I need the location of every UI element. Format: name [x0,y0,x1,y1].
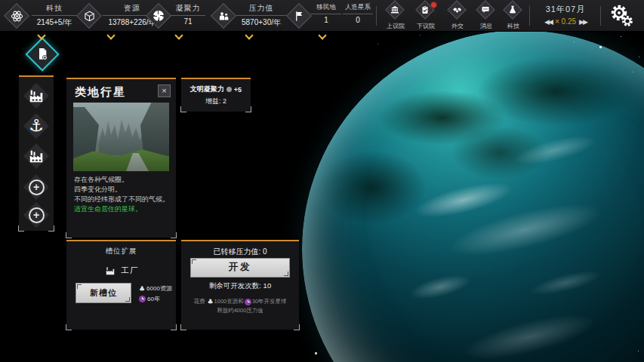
description-line: 不同的经纬形成了不同的气候。 [74,195,171,204]
resource-mini-icon: ♣ [207,298,213,306]
bank-icon [385,0,404,19]
speed-up-button[interactable]: ▶▶ [579,18,587,26]
handshake-icon [447,0,466,19]
resource-colonies[interactable]: 移民地 1 人造星系 0 [288,0,373,32]
factory-icon [27,87,45,104]
menu-tech[interactable]: 科技 [498,0,528,32]
chevron-down-icon[interactable] [174,31,183,39]
description-line: 四季变化分明。 [74,185,171,195]
slot-cost-resource: 6000资源 [146,284,172,293]
develop-cost-resource: 1000资源 [214,298,239,305]
new-building-notification[interactable] [25,37,59,71]
gear-icon [607,2,636,29]
cohesion-icon [146,3,171,29]
slot-expansion-title: 槽位扩展 [66,247,176,256]
resource-tech[interactable]: 科技 2145+5/年 [6,0,79,32]
planet-atmosphere-glow [302,30,644,362]
cohesion-bonus-title: 文明凝聚力 [190,84,224,94]
develop-button[interactable]: 开发 [190,258,290,278]
building-name: 工厂 [122,265,139,276]
transferred-pressure-label: 已转移压力值: [213,247,260,256]
cohesion-bonus-card: 文明凝聚力 +5 增益: 2 [181,78,251,112]
chevron-down-icon[interactable] [37,31,45,39]
colony-label: 移民地 [311,3,341,12]
remaining-develop-label: 剩余可开发次数: [209,281,261,290]
slot-factory-1[interactable] [22,81,51,110]
time-icon [245,299,251,305]
speed-value: × 0.25 [555,17,576,26]
remaining-develop-value: 10 [263,281,272,290]
menu-tech-label: 科技 [498,22,528,30]
resource-pressure-value: 5870+30/年 [236,17,286,28]
planet-view[interactable] [302,30,644,362]
menu-upper-house-label: 上议院 [381,22,411,30]
planet-card-title: 类地行星 [75,85,126,100]
develop-card: 已转移压力值: 0 开发 剩余可开发次数: 10 花费 ♣1000资源和30年开… [181,240,299,330]
factory-icon [104,265,116,276]
menu-lower-house-label: 下议院 [411,22,441,30]
speed-down-button[interactable]: ◀◀ [544,18,552,26]
slot-harbor[interactable]: ⚓ [22,112,51,140]
close-icon: × [162,86,166,95]
description-highlight: 适宜生命居住的星球。 [74,204,171,214]
planet-description: 存在各种气候圈。 四季变化分明。 不同的经纬形成了不同的气候。 适宜生命居住的星… [74,175,171,214]
document-plus-icon [32,44,53,65]
menu-messages[interactable]: 消息 [471,0,501,32]
divider [529,6,530,26]
slot-factory-2[interactable] [22,142,51,170]
top-resource-bar: 科技 2145+5/年 资源 13788+226/年 凝聚力 71 [0,0,644,32]
chevron-down-icon[interactable] [106,31,115,39]
slot-cost-time: 60年 [147,295,160,303]
planet-info-card: 类地行星 × 存在各种气候圈。 四季变化分明。 不同的经纬形成了不同的气候。 适… [66,78,176,238]
menu-lower-house[interactable]: 下议院 [411,0,441,32]
time-icon [139,296,146,302]
resource-pressure-label: 压力值 [236,3,286,14]
slot-empty-2[interactable]: + [22,201,51,229]
message-icon [476,0,495,19]
slot-empty-1[interactable]: + [22,173,51,201]
resource-cohesion[interactable]: 凝聚力 71 [148,0,208,32]
resource-tech-value: 2145+5/年 [32,17,77,28]
plus-icon: + [29,179,45,195]
menu-upper-house[interactable]: 上议院 [381,0,411,32]
date-speed-block: 31年07月 ◀◀ × 0.25 ▶▶ [533,0,598,32]
anchor-icon: ⚓ [29,118,44,134]
develop-cost-tail: 开发星球 [264,298,287,305]
artificial-galaxy-label: 人造星系 [343,3,373,12]
game-screen: 科技 2145+5/年 资源 13788+226/年 凝聚力 71 [0,0,644,362]
new-slot-button[interactable]: 新槽位 [75,283,131,303]
game-date: 31年07月 [533,4,598,15]
divider [600,6,601,26]
flag-icon [286,3,312,29]
close-button[interactable]: × [158,84,171,97]
resource-cohesion-label: 凝聚力 [171,3,205,14]
population-icon [211,3,236,29]
resource-tech-label: 科技 [32,3,77,14]
cube-icon [76,3,102,29]
menu-messages-label: 消息 [471,22,501,30]
info-icon[interactable] [226,87,232,92]
slot-expansion-card: 槽位扩展 工厂 新槽位 ♣ 6000资源 60年 [66,240,176,330]
planet-surface-image [73,103,169,171]
resource-pressure[interactable]: 压力值 5870+30/年 [213,0,288,32]
develop-cost-line2: 释放约4000压力值 [181,306,299,314]
settings-button[interactable] [607,2,640,30]
transferred-pressure-value: 0 [263,247,267,256]
resource-cohesion-value: 71 [171,17,205,26]
resource-mini-icon: ♣ [139,285,145,293]
atom-icon [4,3,29,29]
cohesion-bonus-value: +5 [234,86,242,94]
chevron-down-icon[interactable] [245,31,253,39]
cohesion-bonus-line2: 增益: 2 [181,97,251,106]
notification-badge [430,2,437,8]
develop-cost-time: 30年 [252,298,264,305]
menu-diplomacy-label: 外交 [442,22,473,30]
divider [376,6,377,26]
colony-value: 1 [311,16,341,24]
building-slot-bar: ⚓ + + [19,75,54,231]
plus-icon: + [29,207,45,223]
artificial-galaxy-value: 0 [343,16,373,24]
chevron-down-icon[interactable] [318,31,326,39]
menu-diplomacy[interactable]: 外交 [442,0,473,32]
factory-icon [27,148,45,164]
